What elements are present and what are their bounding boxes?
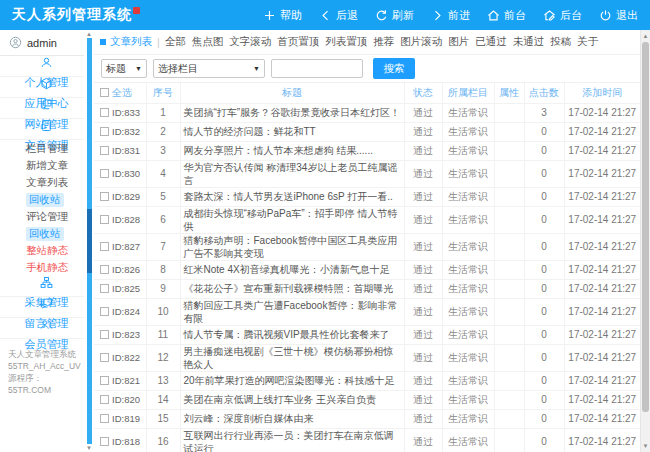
row-clicks: 0 bbox=[524, 233, 564, 260]
row-time: 17-02-14 21:27 bbox=[564, 409, 640, 428]
main-content: 文章列表 | 全部焦点图文字滚动首页置顶列表置顶推荐图片滚动图片已通过未通过投稿… bbox=[94, 30, 640, 452]
sidebar-item[interactable]: 回收站 bbox=[0, 191, 84, 208]
scroll-down-icon[interactable]: ▼ bbox=[641, 442, 650, 450]
row-title-link[interactable]: 成都街头惊现“移动PaPa车”：招手即停 情人节特供 bbox=[180, 206, 404, 233]
header-nav-item[interactable]: 退出 bbox=[599, 8, 638, 23]
row-checkbox[interactable] bbox=[100, 215, 109, 224]
tab-article-list[interactable]: 文章列表 bbox=[110, 35, 152, 49]
row-checkbox[interactable] bbox=[100, 307, 109, 316]
row-checkbox[interactable] bbox=[100, 353, 109, 362]
scroll-up-icon[interactable]: ▲ bbox=[641, 32, 650, 40]
row-category: 生活常识 bbox=[442, 141, 494, 160]
tab-link[interactable]: 图片 bbox=[448, 35, 469, 47]
sidebar-item[interactable]: 留言管理 bbox=[0, 297, 84, 318]
row-title-link[interactable]: 猎豹回应工具类广告遭Facebook暂停：影响非常有限 bbox=[180, 298, 404, 325]
row-title-link[interactable]: 《花花公子》宣布重新刊载裸模特照：首期曝光 bbox=[180, 279, 404, 298]
article-table: 全选 序号 标题 状态 所属栏目 属性 点击数 添加时间 ID:8331美团搞“… bbox=[94, 83, 640, 452]
row-title-link[interactable]: 情人节的经济问题：鲜花和TT bbox=[180, 122, 404, 141]
scroll-up-icon[interactable]: ▲ bbox=[86, 30, 92, 38]
category-select[interactable]: 选择栏目 ▼ bbox=[153, 59, 265, 78]
row-checkbox[interactable] bbox=[100, 395, 109, 404]
tab-link[interactable]: 投稿 bbox=[550, 35, 571, 47]
row-title-link[interactable]: 套路太深：情人节男友送iPhone 6sP 打开一看.. bbox=[180, 187, 404, 206]
header-nav-item[interactable]: 后台 bbox=[543, 8, 582, 23]
row-checkbox[interactable] bbox=[100, 414, 109, 423]
row-no: 14 bbox=[146, 390, 180, 409]
row-title-link[interactable]: 情人节专属：腾讯视频VIP最具性价比套餐来了 bbox=[180, 325, 404, 344]
row-title-link[interactable]: 刘云峰：深度剖析自媒体由来 bbox=[180, 409, 404, 428]
sidebar-item[interactable]: 手机静态 bbox=[0, 259, 84, 276]
row-status: 通过 bbox=[404, 344, 442, 371]
row-time: 17-02-14 21:27 bbox=[564, 233, 640, 260]
tab-link[interactable]: 焦点图 bbox=[192, 35, 224, 47]
select-all-checkbox[interactable] bbox=[100, 88, 109, 97]
row-title-link[interactable]: 华为官方否认传闻 称清理34岁以上老员工纯属谣言 bbox=[180, 160, 404, 187]
search-input[interactable] bbox=[271, 59, 363, 78]
row-status: 通过 bbox=[404, 428, 442, 452]
row-status: 通过 bbox=[404, 390, 442, 409]
sidebar-scroll-track[interactable] bbox=[87, 38, 92, 444]
sidebar-item[interactable]: 评论管理 bbox=[0, 208, 84, 225]
header-nav-item[interactable]: 刷新 bbox=[375, 8, 414, 23]
header-nav-item[interactable]: 前台 bbox=[487, 8, 526, 23]
sidebar-item-label: 回收站 bbox=[26, 227, 64, 241]
row-checkbox[interactable] bbox=[100, 127, 109, 136]
row-checkbox[interactable] bbox=[100, 330, 109, 339]
table-row: ID:82014美团在南京低调上线打车业务 王兴亲自负责通过生活常识017-02… bbox=[94, 390, 640, 409]
row-title-link[interactable]: 猎豹移动声明：Facebook暂停中国区工具类应用广告不影响其变现 bbox=[180, 233, 404, 260]
sidebar-item[interactable]: 网站管理 bbox=[0, 98, 84, 119]
row-checkbox[interactable] bbox=[100, 265, 109, 274]
sidebar-item[interactable]: 栏目管理 bbox=[0, 140, 84, 157]
row-checkbox[interactable] bbox=[100, 376, 109, 385]
row-title-link[interactable]: 美团在南京低调上线打车业务 王兴亲自负责 bbox=[180, 390, 404, 409]
scroll-down-icon[interactable]: ▼ bbox=[86, 444, 92, 452]
table-row: ID:82311情人节专属：腾讯视频VIP最具性价比套餐来了通过生活常识017-… bbox=[94, 325, 640, 344]
sidebar-item[interactable]: 采集管理 bbox=[0, 276, 84, 297]
row-status: 通过 bbox=[404, 325, 442, 344]
sidebar-item[interactable]: 新增文章 bbox=[0, 157, 84, 174]
row-checkbox[interactable] bbox=[100, 242, 109, 251]
header-nav-item[interactable]: 前进 bbox=[431, 8, 470, 23]
footer-line: 55TR_AH_Acc_UV bbox=[8, 360, 84, 372]
row-title-link[interactable]: 男主播痴迷电视剧《三世十桃》模仿杨幂扮相惊艳众人 bbox=[180, 344, 404, 371]
tab-link[interactable]: 图片滚动 bbox=[400, 35, 442, 47]
row-checkbox[interactable] bbox=[100, 284, 109, 293]
row-checkbox[interactable] bbox=[100, 108, 109, 117]
tab-link[interactable]: 文字滚动 bbox=[229, 35, 271, 47]
row-title-link[interactable]: 美团搞“打车”服务？谷歌街景竟收录日本红灯区！ bbox=[180, 103, 404, 122]
tab-link[interactable]: 已通过 bbox=[475, 35, 507, 47]
search-button[interactable]: 搜索 bbox=[373, 58, 415, 79]
field-select[interactable]: 标题 ▼ bbox=[101, 59, 147, 78]
header-nav-item[interactable]: 帮助 bbox=[263, 8, 302, 23]
sidebar-scroll-thumb[interactable] bbox=[87, 209, 92, 274]
row-checkbox[interactable] bbox=[100, 437, 109, 446]
row-title-link[interactable]: 互联网出行行业再添一员：美团打车在南京低调试运行 bbox=[180, 428, 404, 452]
sidebar-item[interactable]: 文章管理 bbox=[0, 119, 84, 140]
row-category: 生活常识 bbox=[442, 344, 494, 371]
row-checkbox[interactable] bbox=[100, 192, 109, 201]
row-clicks: 3 bbox=[524, 103, 564, 122]
sidebar-item[interactable]: 整站静态 bbox=[0, 242, 84, 259]
row-id: ID:833 bbox=[112, 107, 140, 118]
tab-link[interactable]: 首页置顶 bbox=[277, 35, 319, 47]
tab-link[interactable]: 全部 bbox=[165, 35, 186, 47]
main-scrollbar: ▲ ▼ bbox=[640, 30, 650, 452]
sidebar-item[interactable]: 应用中心 bbox=[0, 77, 84, 98]
tab-link[interactable]: 推荐 bbox=[373, 35, 394, 47]
sidebar-item[interactable]: 回收站 bbox=[0, 225, 84, 242]
tab-link[interactable]: 关于 bbox=[577, 35, 598, 47]
row-title-link[interactable]: 20年前苹果打造的网吧渲染图曝光：科技感十足 bbox=[180, 371, 404, 390]
sidebar-item[interactable]: 会员管理 bbox=[0, 318, 84, 339]
tab-link[interactable]: 未通过 bbox=[513, 35, 545, 47]
tab-link[interactable]: 列表置顶 bbox=[325, 35, 367, 47]
sidebar-item[interactable]: 个人管理 bbox=[0, 56, 84, 77]
row-id: ID:821 bbox=[112, 375, 140, 386]
row-title-link[interactable]: 网友分享照片：情人节本来想虐狗 结果...... bbox=[180, 141, 404, 160]
row-checkbox[interactable] bbox=[100, 146, 109, 155]
row-title-link[interactable]: 红米Note 4X初音绿真机曝光：小清新气息十足 bbox=[180, 260, 404, 279]
sidebar-item[interactable]: 文章列表 bbox=[0, 174, 84, 191]
main-scroll-thumb[interactable] bbox=[642, 42, 649, 412]
row-id: ID:822 bbox=[112, 352, 140, 363]
header-nav-item[interactable]: 后退 bbox=[319, 8, 358, 23]
row-checkbox[interactable] bbox=[100, 169, 109, 178]
